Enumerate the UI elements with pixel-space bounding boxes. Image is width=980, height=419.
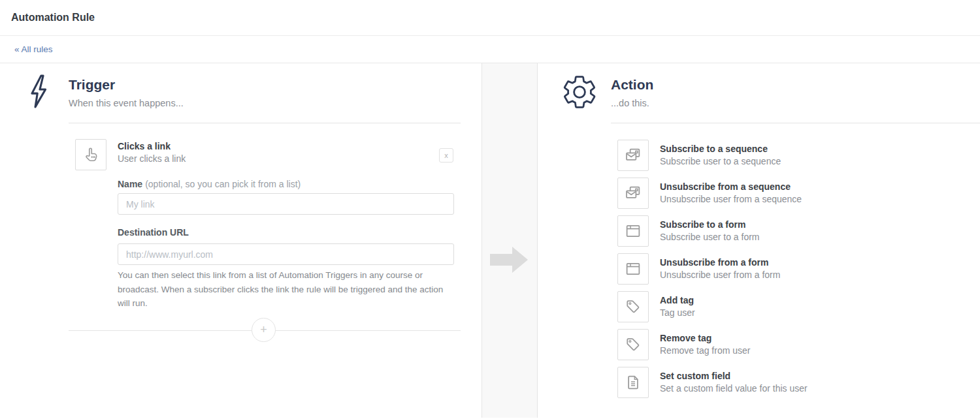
custom-field-icon [617,367,649,398]
flow-arrow-icon [490,245,531,277]
action-list-item[interactable]: Remove tag Remove tag from user [617,329,808,360]
trigger-divider [69,123,461,123]
action-list-item[interactable]: Unsubscribe from a sequence Unsubscribe … [617,178,808,209]
action-divider [611,123,980,123]
action-item-title: Unsubscribe from a sequence [660,181,802,193]
name-field-label: Name(optional, so you can pick it from a… [118,179,301,189]
add-trigger-button[interactable]: + [252,318,276,342]
trigger-card-subtitle: User clicks a link [118,153,186,164]
action-list-item[interactable]: Add tag Tag user [617,291,808,322]
all-rules-link[interactable]: « All rules [14,44,53,54]
gear-icon [561,74,598,110]
trigger-panel: Trigger When this event happens... Click… [0,63,482,418]
main-content: Trigger When this event happens... Click… [0,63,980,418]
action-item-subtitle: Remove tag from user [660,345,751,357]
action-item-subtitle: Unsubscribe user from a sequence [660,193,802,206]
action-item-subtitle: Set a custom field value for this user [660,382,808,395]
action-subheading: ...do this. [611,98,649,108]
automation-rule-page: Automation Rule « All rules Trigger When… [0,0,980,419]
action-item-title: Unsubscribe from a form [660,256,780,269]
destination-url-label: Destination URL [118,227,189,238]
form-icon [617,253,649,285]
link-name-input[interactable] [118,193,454,215]
action-list-item[interactable]: Set custom field Set a custom field valu… [617,367,808,398]
action-item-title: Remove tag [660,332,751,345]
tag-icon [617,291,649,322]
action-panel: Action ...do this. Subscribe to a sequen… [538,63,980,418]
action-list-item[interactable]: Unsubscribe from a form Unsubscribe user… [617,253,808,285]
action-item-subtitle: Subscribe user to a form [660,231,760,243]
lightning-bolt-icon [26,72,50,110]
destination-url-input[interactable] [118,243,454,265]
action-heading: Action [611,77,653,93]
breadcrumb: « All rules [0,36,980,63]
trigger-card-title: Clicks a link [118,141,171,151]
action-item-title: Subscribe to a sequence [660,143,781,155]
action-item-subtitle: Tag user [660,307,695,319]
action-item-title: Subscribe to a form [660,219,760,231]
name-label-hint: (optional, so you can pick it from a lis… [145,179,301,189]
action-list-item[interactable]: Subscribe to a form Subscribe user to a … [617,215,808,247]
trigger-subheading: When this event happens... [69,98,184,108]
sequence-icon [617,140,649,171]
name-label-text: Name [118,179,142,189]
trigger-heading: Trigger [69,77,115,93]
trigger-help-text: You can then select this link from a lis… [118,268,455,311]
action-item-title: Set custom field [660,370,808,382]
action-list-item[interactable]: Subscribe to a sequence Subscribe user t… [617,140,808,171]
form-icon [617,215,649,247]
click-icon [75,139,106,170]
page-title: Automation Rule [11,12,95,23]
action-item-subtitle: Unsubscribe user from a form [660,269,780,281]
action-list: Subscribe to a sequence Subscribe user t… [617,140,808,398]
action-item-title: Add tag [660,294,695,307]
action-item-subtitle: Subscribe user to a sequence [660,155,781,168]
tag-icon [617,329,649,360]
flow-gap [482,63,538,418]
click-hand-icon [81,145,101,164]
title-bar: Automation Rule [0,0,980,36]
remove-trigger-button[interactable]: x [439,148,453,163]
sequence-icon [617,178,649,209]
